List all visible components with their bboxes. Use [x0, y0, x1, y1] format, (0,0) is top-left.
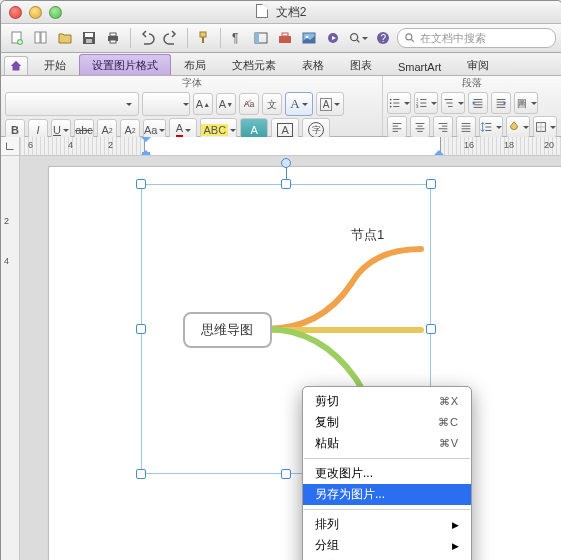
titlebar: 文档2: [1, 1, 561, 24]
submenu-arrow-icon: ▶: [452, 541, 459, 551]
close-window-button[interactable]: [9, 6, 22, 19]
grow-font-button[interactable]: A▲: [193, 93, 213, 115]
ctx-align[interactable]: 对齐或分布▶: [303, 556, 471, 560]
resize-handle-s[interactable]: [281, 469, 291, 479]
search-field[interactable]: 在文档中搜索: [397, 28, 556, 48]
line-spacing-dropdown[interactable]: [479, 116, 503, 138]
shrink-font-button[interactable]: A▼: [216, 93, 236, 115]
chevron-down-icon: [431, 102, 437, 108]
svg-rect-11: [202, 37, 204, 43]
media-button[interactable]: [323, 27, 343, 49]
asian-layout-dropdown[interactable]: 圖: [514, 92, 538, 114]
left-indent-marker[interactable]: [142, 152, 150, 155]
ribbon-group-paragraph: 段落 123 圖: [383, 76, 561, 136]
align-right-button[interactable]: [433, 116, 453, 138]
style-a-dropdown[interactable]: A: [285, 92, 313, 116]
toolbar: ¶ ? 在文档中搜索: [1, 24, 561, 53]
ctx-arrange[interactable]: 排列▶: [303, 514, 471, 535]
align-center-button[interactable]: [410, 116, 430, 138]
svg-point-28: [390, 106, 392, 108]
ruler[interactable]: 6 4 2 2 4 6 8 10 12 14 16 18 20: [20, 137, 561, 155]
chevron-down-icon: [126, 103, 132, 109]
right-indent-marker[interactable]: [434, 145, 444, 155]
save-button[interactable]: [79, 27, 99, 49]
text-box-dropdown[interactable]: A: [316, 92, 344, 116]
resize-handle-nw[interactable]: [136, 179, 146, 189]
resize-handle-w[interactable]: [136, 324, 146, 334]
help-button[interactable]: ?: [373, 27, 393, 49]
print-button[interactable]: [103, 27, 123, 49]
rotation-handle[interactable]: [281, 158, 291, 168]
svg-text:文: 文: [267, 99, 277, 110]
tab-layout[interactable]: 布局: [171, 54, 219, 75]
svg-rect-14: [255, 33, 259, 43]
open-button[interactable]: [55, 27, 75, 49]
zoom-dropdown[interactable]: [347, 27, 369, 49]
smartart-center-node[interactable]: 思维导图: [183, 312, 272, 348]
zoom-window-button[interactable]: [49, 6, 62, 19]
home-tab-icon[interactable]: [4, 56, 28, 75]
ctx-paste[interactable]: 粘贴⌘V: [303, 433, 471, 454]
resize-handle-e[interactable]: [426, 324, 436, 334]
ribbon-group-font: 字体 A▲ A▼ Aa 文 A A B I U abc A2 A2 Aa A A…: [1, 76, 383, 136]
chevron-down-icon: [183, 103, 189, 109]
svg-rect-3: [41, 32, 46, 43]
clear-formatting-button[interactable]: Aa: [239, 93, 259, 115]
ctx-separator: [304, 509, 470, 510]
format-painter-button[interactable]: [194, 27, 214, 49]
shading-dropdown[interactable]: [506, 116, 530, 138]
svg-point-23: [406, 34, 412, 40]
show-formatting-button[interactable]: ¶: [227, 27, 247, 49]
new-template-button[interactable]: [31, 27, 51, 49]
ctx-cut[interactable]: 剪切⌘X: [303, 391, 471, 412]
tab-review[interactable]: 审阅: [454, 54, 502, 75]
chevron-down-icon: [531, 102, 537, 108]
ruler-horizontal: 6 4 2 2 4 6 8 10 12 14 16 18 20: [1, 137, 561, 156]
ctx-change-picture[interactable]: 更改图片...: [303, 463, 471, 484]
tab-tables[interactable]: 表格: [289, 54, 337, 75]
document-area: 2 4: [1, 156, 561, 560]
ctx-group[interactable]: 分组▶: [303, 535, 471, 556]
chevron-down-icon: [185, 129, 191, 135]
gallery-button[interactable]: [299, 27, 319, 49]
smartart-node-1-label[interactable]: 节点1: [351, 226, 384, 244]
bullet-list-dropdown[interactable]: [387, 92, 411, 114]
redo-button[interactable]: [161, 27, 181, 49]
svg-text:圖: 圖: [517, 98, 527, 109]
resize-handle-sw[interactable]: [136, 469, 146, 479]
borders-dropdown[interactable]: [533, 116, 557, 138]
app-window: 文档2 ¶ ? 在文档中搜索 开始 设置图片格式 布局 文档元素 表格: [0, 0, 561, 560]
undo-button[interactable]: [136, 27, 156, 49]
decrease-indent-button[interactable]: [468, 92, 488, 114]
ctx-save-as-picture[interactable]: 另存为图片...: [303, 484, 471, 505]
tab-smartart[interactable]: SmartArt: [385, 57, 454, 75]
tab-start[interactable]: 开始: [31, 54, 79, 75]
search-placeholder: 在文档中搜索: [420, 31, 486, 46]
tab-document-elements[interactable]: 文档元素: [219, 54, 289, 75]
chevron-down-icon: [458, 102, 464, 108]
document-icon: [256, 4, 268, 18]
tab-selector[interactable]: [1, 137, 20, 155]
ctx-copy[interactable]: 复制⌘C: [303, 412, 471, 433]
sidebar-button[interactable]: [251, 27, 271, 49]
increase-indent-button[interactable]: [491, 92, 511, 114]
chevron-down-icon: [334, 103, 340, 109]
tab-picture-format[interactable]: 设置图片格式: [79, 54, 171, 75]
minimize-window-button[interactable]: [29, 6, 42, 19]
tab-charts[interactable]: 图表: [337, 54, 385, 75]
font-family-dropdown[interactable]: [5, 92, 139, 116]
svg-rect-2: [35, 32, 40, 43]
resize-handle-ne[interactable]: [426, 179, 436, 189]
search-icon: [404, 32, 416, 44]
new-button[interactable]: [7, 27, 27, 49]
toolbox-button[interactable]: [275, 27, 295, 49]
svg-point-20: [351, 34, 358, 41]
multilevel-list-dropdown[interactable]: [441, 92, 465, 114]
phonetic-guide-button[interactable]: 文: [262, 93, 282, 115]
font-size-dropdown[interactable]: [142, 92, 190, 116]
resize-handle-n[interactable]: [281, 179, 291, 189]
align-justify-button[interactable]: [456, 116, 476, 138]
number-list-dropdown[interactable]: 123: [414, 92, 438, 114]
ruler-vertical[interactable]: 2 4: [1, 156, 20, 560]
align-left-button[interactable]: [387, 116, 407, 138]
